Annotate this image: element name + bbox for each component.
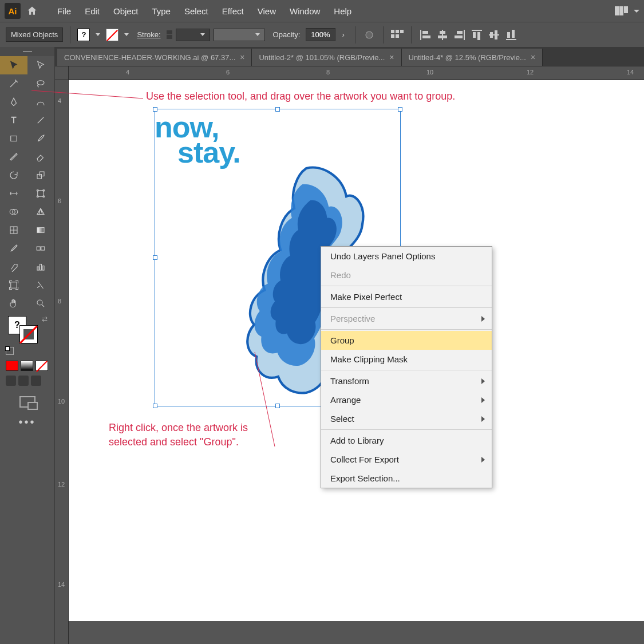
document-tab[interactable]: Untitled-2* @ 101.05% (RGB/Previe...× (252, 49, 401, 66)
stroke-dropdown-icon[interactable] (124, 33, 129, 36)
ruler-horizontal[interactable]: 4 6 8 10 12 14 (69, 66, 644, 80)
close-icon[interactable]: × (531, 53, 535, 62)
tools-expand-icon[interactable] (0, 47, 54, 56)
slice-tool[interactable] (27, 276, 55, 294)
ctx-group[interactable]: Group (321, 331, 492, 350)
zoom-tool[interactable] (27, 294, 55, 313)
brush-definition-dropdown[interactable] (214, 29, 265, 41)
symbol-sprayer-tool[interactable] (0, 258, 27, 276)
selection-handle[interactable] (153, 404, 157, 408)
menu-effect[interactable]: Effect (215, 2, 251, 21)
width-tool[interactable] (0, 184, 27, 203)
perspective-grid-tool[interactable] (27, 203, 55, 221)
lasso-tool[interactable] (27, 74, 55, 93)
recolor-icon[interactable] (362, 29, 376, 41)
edit-toolbar-icon[interactable]: ••• (0, 416, 54, 429)
align-left-icon[interactable] (418, 29, 432, 41)
blend-tool[interactable] (27, 239, 55, 258)
eraser-tool[interactable] (27, 148, 55, 166)
ctx-pixel-perfect[interactable]: Make Pixel Perfect (321, 287, 492, 306)
selection-handle[interactable] (153, 107, 157, 112)
home-icon[interactable] (24, 3, 40, 19)
menu-type[interactable]: Type (145, 2, 177, 21)
align-bottom-icon[interactable] (504, 29, 518, 41)
ctx-perspective[interactable]: Perspective (321, 309, 492, 328)
close-icon[interactable]: × (389, 53, 394, 62)
ctx-select[interactable]: Select (321, 409, 492, 428)
ruler-vertical[interactable]: 4 6 8 10 12 14 (55, 80, 69, 644)
shaper-tool[interactable] (0, 148, 27, 166)
curvature-tool[interactable] (27, 93, 55, 111)
menu-view[interactable]: View (251, 2, 283, 21)
rotate-tool[interactable] (0, 166, 27, 184)
ruler-origin[interactable] (55, 66, 69, 80)
gradient-tool[interactable] (27, 221, 55, 239)
selection-handle[interactable] (275, 404, 280, 408)
selection-tool[interactable] (0, 56, 27, 74)
ruler-tick: 6 (58, 197, 61, 204)
fill-stroke-picker[interactable]: ? ⇄ (0, 313, 54, 347)
stroke-weight-field[interactable] (176, 29, 210, 41)
stroke-weight-stepper[interactable] (167, 30, 172, 39)
draw-inside-icon[interactable] (31, 376, 41, 386)
workspace-layout-icon[interactable] (615, 6, 628, 15)
none-mode-icon[interactable] (35, 361, 48, 371)
menu-help[interactable]: Help (327, 2, 358, 21)
default-fill-stroke-icon[interactable] (6, 347, 14, 355)
pen-tool[interactable] (0, 93, 27, 111)
menu-window[interactable]: Window (283, 2, 327, 21)
column-graph-tool[interactable] (27, 258, 55, 276)
selection-handle[interactable] (275, 107, 280, 112)
swap-fill-stroke-icon[interactable]: ⇄ (42, 315, 48, 323)
draw-behind-icon[interactable] (18, 376, 29, 386)
mesh-tool[interactable] (0, 221, 27, 239)
stroke-color-box[interactable] (19, 325, 38, 343)
draw-normal-icon[interactable] (6, 376, 16, 386)
menu-select[interactable]: Select (177, 2, 215, 21)
artboard-tool[interactable] (0, 276, 27, 294)
menu-object[interactable]: Object (106, 2, 145, 21)
direct-selection-tool[interactable] (27, 56, 55, 74)
ctx-collect-export[interactable]: Collect For Export (321, 450, 492, 469)
opacity-value[interactable]: 100% (306, 28, 335, 41)
shape-builder-tool[interactable] (0, 203, 27, 221)
workspace-dropdown-icon[interactable] (634, 10, 639, 13)
ctx-add-library[interactable]: Add to Library (321, 431, 492, 450)
free-transform-tool[interactable] (27, 184, 55, 203)
selection-handle[interactable] (398, 107, 402, 112)
screen-mode-icon[interactable] (19, 396, 35, 408)
menu-file[interactable]: File (50, 2, 78, 21)
magic-wand-tool[interactable] (0, 74, 27, 93)
svg-point-24 (37, 81, 44, 85)
opacity-expand-icon[interactable]: › (339, 30, 348, 39)
gradient-mode-icon[interactable] (21, 361, 33, 371)
rectangle-tool[interactable] (0, 129, 27, 148)
document-tab[interactable]: CONVENIENCE-HEADER-WORKING.ai @ 67.37...… (57, 49, 252, 66)
align-top-icon[interactable] (470, 29, 484, 41)
ctx-arrange[interactable]: Arrange (321, 390, 492, 409)
align-right-icon[interactable] (453, 29, 467, 41)
color-mode-icon[interactable] (6, 361, 18, 371)
ctx-undo[interactable]: Undo Layers Panel Options (321, 247, 492, 266)
stroke-swatch[interactable] (106, 29, 118, 41)
align-center-h-icon[interactable] (436, 29, 449, 41)
hand-tool[interactable] (0, 294, 27, 313)
ctx-transform[interactable]: Transform (321, 372, 492, 390)
align-panel-icon[interactable] (390, 29, 404, 41)
line-tool[interactable] (27, 111, 55, 129)
opacity-label: Opacity: (273, 30, 301, 39)
fill-swatch[interactable]: ? (77, 29, 90, 41)
close-icon[interactable]: × (240, 53, 244, 62)
document-tab[interactable]: Untitled-4* @ 12.5% (RGB/Previe...× (402, 49, 543, 66)
selection-handle[interactable] (153, 255, 157, 260)
scale-tool[interactable] (27, 166, 55, 184)
align-center-v-icon[interactable] (487, 29, 501, 41)
eyedropper-tool[interactable] (0, 239, 27, 258)
ctx-export-selection[interactable]: Export Selection... (321, 469, 492, 488)
fill-dropdown-icon[interactable] (96, 33, 100, 36)
type-tool[interactable] (0, 111, 27, 129)
ctx-clipping-mask[interactable]: Make Clipping Mask (321, 350, 492, 369)
paintbrush-tool[interactable] (27, 129, 55, 148)
menu-edit[interactable]: Edit (78, 2, 106, 21)
svg-rect-10 (440, 31, 445, 34)
